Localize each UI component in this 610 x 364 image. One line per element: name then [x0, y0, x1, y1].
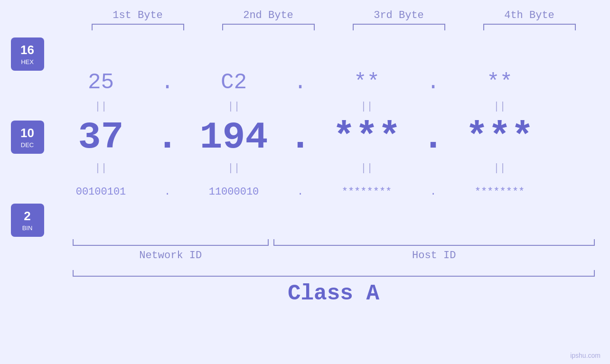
- bracket-top-1: [92, 24, 184, 30]
- bin-label: BIN: [22, 224, 33, 232]
- bracket-top-3: [353, 24, 445, 30]
- dec-number: 10: [20, 126, 34, 140]
- byte1-bin: 00100101: [76, 175, 126, 208]
- byte-col-3: ** || *** || ********: [315, 66, 419, 208]
- watermark: ipshu.com: [570, 352, 601, 359]
- base-badges: 16 HEX 10 DEC 2 BIN: [11, 37, 44, 237]
- bracket-bottom-host: [273, 239, 595, 246]
- sep3-hex: .: [427, 66, 440, 99]
- data-columns: 25 || 37 || 00100101 . . . C2 || 194 || …: [49, 66, 609, 208]
- hex-number: 16: [20, 43, 34, 57]
- sep1-dec: .: [156, 113, 178, 161]
- byte-col-1: 25 || 37 || 00100101: [49, 66, 153, 208]
- network-id-label: Network ID: [73, 250, 269, 261]
- byte1-dec: 37: [78, 113, 123, 161]
- bottom-section: Network ID Host ID: [73, 239, 595, 261]
- sep-col-2: . . .: [286, 66, 315, 208]
- byte4-dec: ***: [465, 113, 534, 161]
- hex-badge: 16 HEX: [11, 37, 44, 71]
- host-id-label: Host ID: [273, 250, 595, 261]
- sep-col-1: . . .: [153, 66, 182, 208]
- byte1-hex: 25: [88, 66, 114, 99]
- byte1-header: 1st Byte: [85, 9, 190, 21]
- byte1-equals-1: ||: [94, 99, 107, 113]
- sep2-dec: .: [289, 113, 311, 161]
- bin-number: 2: [24, 209, 30, 224]
- bin-badge: 2 BIN: [11, 204, 44, 237]
- byte3-bin: ********: [342, 175, 392, 208]
- dec-badge: 10 DEC: [11, 121, 44, 154]
- byte-headers: 1st Byte 2nd Byte 3rd Byte 4th Byte: [73, 9, 595, 21]
- byte4-bin: ********: [475, 175, 525, 208]
- byte2-dec: 194: [199, 113, 268, 161]
- byte1-equals-2: ||: [94, 161, 107, 175]
- byte3-equals-2: ||: [360, 161, 373, 175]
- byte2-bin: 11000010: [209, 175, 259, 208]
- bracket-top-4: [483, 24, 576, 30]
- byte3-hex: **: [354, 66, 380, 99]
- byte3-dec: ***: [332, 113, 401, 161]
- byte4-equals-2: ||: [493, 161, 506, 175]
- byte2-equals-2: ||: [227, 161, 240, 175]
- byte4-equals-1: ||: [493, 99, 506, 113]
- byte2-equals-1: ||: [227, 99, 240, 113]
- byte2-header: 2nd Byte: [216, 9, 320, 21]
- sep1-hex: .: [161, 66, 174, 99]
- byte4-hex: **: [487, 66, 513, 99]
- sep-col-3: . . .: [419, 66, 448, 208]
- sep2-bin: .: [297, 175, 303, 208]
- bottom-brackets-row: [73, 239, 595, 246]
- bracket-top-2: [222, 24, 315, 30]
- byte4-header: 4th Byte: [477, 9, 582, 21]
- bracket-bottom-network: [73, 239, 269, 246]
- byte2-hex: C2: [221, 66, 247, 99]
- byte-col-2: C2 || 194 || 11000010: [182, 66, 286, 208]
- sep1-bin: .: [164, 175, 170, 208]
- rows-area: 16 HEX 10 DEC 2 BIN: [1, 37, 609, 237]
- byte3-header: 3rd Byte: [347, 9, 451, 21]
- top-brackets: [73, 24, 595, 30]
- sep3-dec: .: [422, 113, 444, 161]
- sep3-bin: .: [430, 175, 436, 208]
- dec-label: DEC: [21, 141, 34, 149]
- sep2-hex: .: [294, 66, 307, 99]
- main-container: 1st Byte 2nd Byte 3rd Byte 4th Byte 16 H…: [0, 0, 610, 364]
- big-bottom-bracket: [73, 270, 595, 277]
- hex-label: HEX: [21, 58, 34, 65]
- labels-row: Network ID Host ID: [73, 250, 595, 261]
- class-label: Class A: [73, 281, 595, 306]
- byte-col-4: ** || *** || ********: [448, 66, 552, 208]
- byte3-equals-1: ||: [360, 99, 373, 113]
